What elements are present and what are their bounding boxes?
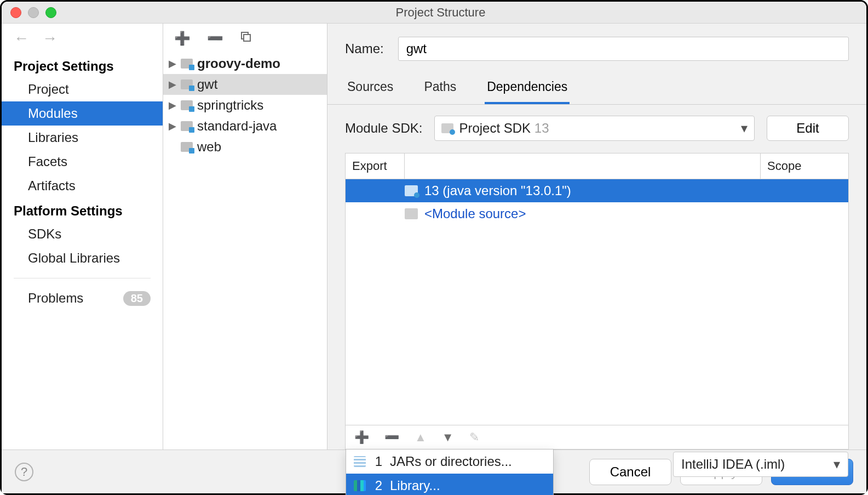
module-sdk-label: Module SDK: (345, 121, 422, 136)
storage-format-select[interactable]: IntelliJ IDEA (.iml) ▾ (673, 452, 848, 477)
popup-item-number: 2 (373, 478, 382, 493)
jar-icon (354, 456, 366, 467)
dependencies-table-header: Export Scope (346, 153, 848, 179)
project-structure-window: Project Structure ← → Project Settings P… (0, 0, 868, 495)
help-button[interactable]: ? (15, 463, 33, 481)
add-dependency-popup: 1JARs or directories...2Library...3Modul… (346, 449, 554, 495)
cancel-button[interactable]: Cancel (589, 459, 671, 485)
jdk-folder-icon (405, 185, 418, 196)
add-popup-item[interactable]: 1JARs or directories... (346, 450, 553, 474)
popup-item-label: Library... (390, 478, 440, 493)
disclosure-triangle-icon[interactable]: ▶ (169, 78, 176, 90)
module-sdk-select[interactable]: Project SDK 13 ▾ (434, 116, 755, 141)
nav-item-facets[interactable]: Facets (2, 150, 163, 174)
sdk-folder-icon (441, 123, 453, 133)
export-header: Export (346, 153, 405, 179)
nav-item-modules[interactable]: Modules (2, 101, 163, 126)
nav-item-sdks[interactable]: SDKs (2, 222, 163, 246)
add-module-button[interactable]: ➕ (174, 31, 191, 46)
module-folder-icon (181, 121, 193, 131)
nav-back-icon[interactable]: ← (14, 30, 29, 47)
dependency-label: <Module source> (424, 206, 526, 221)
close-window-button[interactable] (10, 7, 21, 18)
problems-count-badge: 85 (123, 291, 151, 306)
platform-settings-header: Platform Settings (2, 198, 163, 222)
lib-icon (354, 480, 366, 491)
popup-item-number: 1 (373, 454, 382, 469)
modules-tree[interactable]: ▶groovy-demo▶gwt▶springtricks▶standard-j… (163, 53, 327, 450)
svg-rect-1 (244, 35, 250, 41)
add-popup-item[interactable]: 2Library... (346, 474, 553, 495)
storage-format-value: IntelliJ IDEA (.iml) (681, 457, 785, 472)
module-tree-item[interactable]: ▶groovy-demo (163, 53, 327, 74)
nav-item-project[interactable]: Project (2, 77, 163, 101)
disclosure-triangle-icon[interactable]: ▶ (169, 58, 176, 70)
module-name-label: groovy-demo (197, 56, 280, 71)
module-folder-icon (181, 100, 193, 110)
project-settings-header: Project Settings (2, 53, 163, 77)
remove-module-button[interactable]: ➖ (207, 31, 223, 46)
nav-separator (14, 278, 151, 278)
settings-nav: ← → Project Settings Project Modules Lib… (2, 24, 163, 450)
dependency-row[interactable]: <Module source> (346, 202, 848, 225)
disclosure-triangle-icon[interactable]: ▶ (169, 99, 176, 111)
nav-item-libraries[interactable]: Libraries (2, 126, 163, 150)
dependency-toolbar: ➕ ➖ ▲ ▼ ✎ 1JARs or directories...2Librar… (345, 425, 849, 450)
tab-dependencies[interactable]: Dependencies (485, 75, 570, 104)
move-down-button[interactable]: ▼ (442, 430, 454, 445)
module-name-label: springtricks (197, 98, 263, 113)
nav-item-global-libraries[interactable]: Global Libraries (2, 246, 163, 270)
module-folder-icon (181, 142, 193, 152)
edit-sdk-button[interactable]: Edit (767, 116, 849, 141)
window-title: Project Structure (24, 5, 858, 20)
disclosure-triangle-icon[interactable]: ▶ (169, 120, 176, 132)
tab-sources[interactable]: Sources (345, 75, 395, 104)
chevron-down-icon: ▾ (741, 121, 748, 136)
dependency-label: 13 (java version "13.0.1") (424, 183, 571, 198)
module-tree-item[interactable]: web (163, 136, 327, 157)
module-name-input[interactable] (398, 37, 849, 61)
move-up-button[interactable]: ▲ (415, 430, 427, 445)
module-name-label: standard-java (197, 118, 277, 134)
copy-module-button[interactable] (240, 31, 252, 46)
add-dependency-button[interactable]: ➕ (354, 430, 369, 445)
remove-dependency-button[interactable]: ➖ (384, 430, 399, 445)
module-tree-item[interactable]: ▶springtricks (163, 95, 327, 116)
module-editor: Name: Sources Paths Dependencies Module … (327, 24, 866, 450)
modules-panel: ➕ ➖ ▶groovy-demo▶gwt▶springtricks▶standa… (163, 24, 327, 450)
problems-label: Problems (28, 291, 83, 306)
module-name-label: gwt (197, 77, 217, 92)
chevron-down-icon: ▾ (833, 457, 840, 472)
nav-forward-icon[interactable]: → (42, 30, 58, 47)
titlebar: Project Structure (2, 2, 866, 24)
name-label: Name: (345, 41, 384, 56)
module-folder-icon (181, 79, 193, 89)
nav-item-problems[interactable]: Problems 85 (2, 286, 163, 310)
module-folder-icon (181, 59, 193, 69)
source-folder-icon (405, 208, 418, 219)
module-sdk-value: Project SDK 13 (459, 121, 549, 136)
module-name-label: web (197, 139, 221, 155)
nav-item-artifacts[interactable]: Artifacts (2, 174, 163, 198)
module-tree-item[interactable]: ▶gwt (163, 74, 327, 95)
scope-header: Scope (761, 153, 848, 179)
popup-item-label: JARs or directories... (390, 454, 512, 469)
dependency-row[interactable]: 13 (java version "13.0.1") (346, 179, 848, 202)
module-tree-item[interactable]: ▶standard-java (163, 116, 327, 136)
tab-paths[interactable]: Paths (422, 75, 458, 104)
dependencies-table[interactable]: Export Scope 13 (java version "13.0.1")<… (345, 153, 849, 425)
edit-dependency-button[interactable]: ✎ (469, 430, 479, 445)
